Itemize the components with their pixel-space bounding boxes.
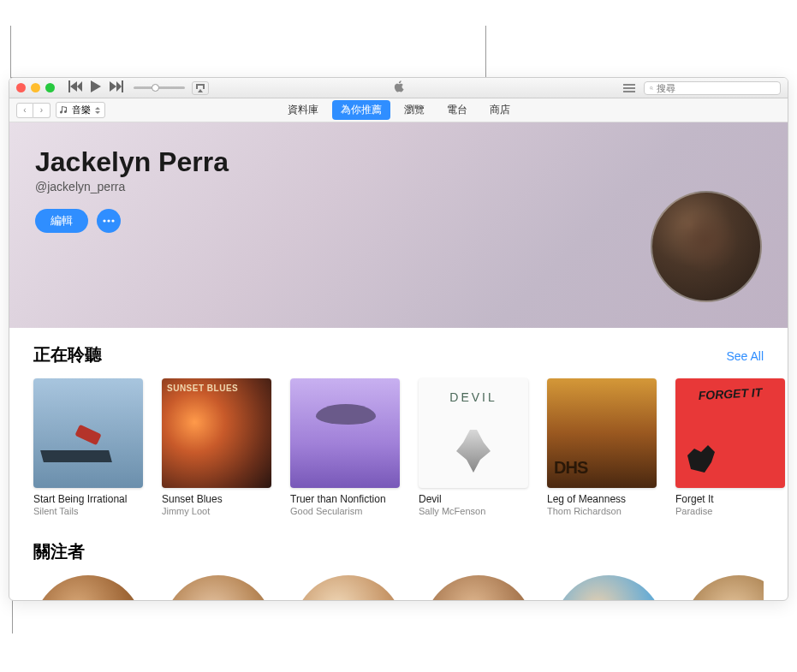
nav-row: ‹ › 音樂 資料庫 為你推薦 瀏覽 電台 商店	[9, 98, 788, 122]
album-art	[162, 378, 271, 488]
forward-button[interactable]: ›	[33, 103, 51, 118]
search-input[interactable]	[657, 83, 775, 93]
album-item[interactable]: Truer than Nonfiction Good Secularism	[290, 378, 400, 516]
airplay-button[interactable]	[192, 81, 209, 95]
album-item[interactable]: Forget It Paradise	[675, 378, 785, 516]
see-all-link[interactable]: See All	[726, 349, 764, 363]
album-title: Leg of Meanness	[547, 493, 657, 505]
follower-item[interactable]	[554, 575, 663, 601]
listening-title: 正在聆聽	[33, 343, 102, 366]
svg-point-6	[107, 219, 110, 222]
follower-avatar	[33, 575, 143, 601]
album-title: Truer than Nonfiction	[290, 493, 400, 505]
tab-radio[interactable]: 電台	[438, 100, 476, 120]
tab-store[interactable]: 商店	[481, 100, 519, 120]
follower-avatar	[164, 575, 273, 601]
profile-handle: @jackelyn_perra	[35, 180, 762, 193]
album-artist: Thom Richardson	[547, 506, 657, 516]
follower-item[interactable]	[33, 575, 143, 601]
profile-avatar[interactable]	[651, 191, 762, 302]
album-artist: Sally McFenson	[419, 506, 528, 516]
album-art	[675, 378, 785, 488]
search-field[interactable]	[644, 81, 781, 95]
media-picker-label: 音樂	[72, 104, 91, 116]
album-art	[33, 378, 143, 488]
followers-row	[33, 575, 764, 601]
album-artist: Good Secularism	[290, 506, 400, 516]
svg-point-7	[111, 219, 114, 222]
svg-rect-1	[623, 87, 635, 89]
listening-section: 正在聆聽 See All Start Being Irrational Sile…	[9, 328, 788, 516]
album-item[interactable]: Leg of Meanness Thom Richardson	[547, 378, 657, 516]
svg-point-3	[650, 86, 652, 89]
svg-rect-0	[623, 84, 635, 86]
album-artist: Silent Tails	[33, 506, 143, 516]
album-art	[547, 378, 657, 488]
music-icon	[60, 106, 68, 115]
svg-rect-2	[623, 91, 635, 92]
media-picker[interactable]: 音樂	[56, 102, 105, 118]
follower-avatar	[554, 575, 663, 601]
minimize-window-button[interactable]	[31, 83, 40, 92]
album-art	[419, 378, 528, 488]
followers-title: 關注者	[33, 540, 85, 563]
back-button[interactable]: ‹	[16, 103, 33, 118]
window-controls	[16, 83, 55, 92]
album-title: Devil	[419, 493, 528, 505]
chevron-updown-icon	[94, 107, 101, 114]
album-art	[290, 378, 400, 488]
apple-logo-icon	[393, 80, 405, 96]
zoom-window-button[interactable]	[45, 83, 55, 92]
svg-point-5	[103, 219, 105, 222]
svg-line-4	[652, 88, 653, 89]
next-track-button[interactable]	[110, 80, 123, 96]
profile-header: Jackelyn Perra @jackelyn_perra 編輯	[9, 122, 788, 328]
followers-section: 關注者	[9, 516, 788, 601]
playback-controls	[68, 80, 123, 96]
album-item[interactable]: Start Being Irrational Silent Tails	[33, 378, 143, 516]
nav-tabs: 資料庫 為你推薦 瀏覽 電台 商店	[279, 100, 519, 120]
list-view-button[interactable]	[623, 80, 635, 96]
album-title: Start Being Irrational	[33, 493, 143, 505]
album-item[interactable]: Sunset Blues Jimmy Loot	[162, 378, 271, 516]
tab-for-you[interactable]: 為你推薦	[332, 100, 390, 120]
follower-item[interactable]	[684, 575, 764, 601]
tab-library[interactable]: 資料庫	[279, 100, 327, 120]
close-window-button[interactable]	[16, 83, 26, 92]
edit-profile-button[interactable]: 編輯	[35, 209, 88, 233]
album-artist: Jimmy Loot	[162, 506, 271, 516]
search-icon	[650, 84, 653, 92]
follower-item[interactable]	[294, 575, 403, 601]
album-row: Start Being Irrational Silent Tails Suns…	[33, 378, 764, 516]
play-button[interactable]	[89, 80, 103, 96]
itunes-window: ‹ › 音樂 資料庫 為你推薦 瀏覽 電台 商店 Jackelyn Perra …	[9, 77, 788, 601]
follower-avatar	[424, 575, 533, 601]
follower-item[interactable]	[424, 575, 533, 601]
follower-avatar	[294, 575, 403, 601]
previous-track-button[interactable]	[68, 80, 82, 96]
ellipsis-icon	[103, 219, 115, 223]
titlebar	[9, 78, 788, 98]
album-title: Sunset Blues	[162, 493, 271, 505]
album-title: Forget It	[675, 493, 785, 505]
album-artist: Paradise	[675, 506, 785, 516]
tab-browse[interactable]: 瀏覽	[396, 100, 433, 120]
album-item[interactable]: Devil Sally McFenson	[419, 378, 528, 516]
volume-slider[interactable]	[134, 86, 185, 89]
follower-item[interactable]	[164, 575, 273, 601]
follower-avatar	[684, 575, 764, 601]
more-options-button[interactable]	[97, 209, 121, 233]
profile-name: Jackelyn Perra	[35, 146, 762, 178]
